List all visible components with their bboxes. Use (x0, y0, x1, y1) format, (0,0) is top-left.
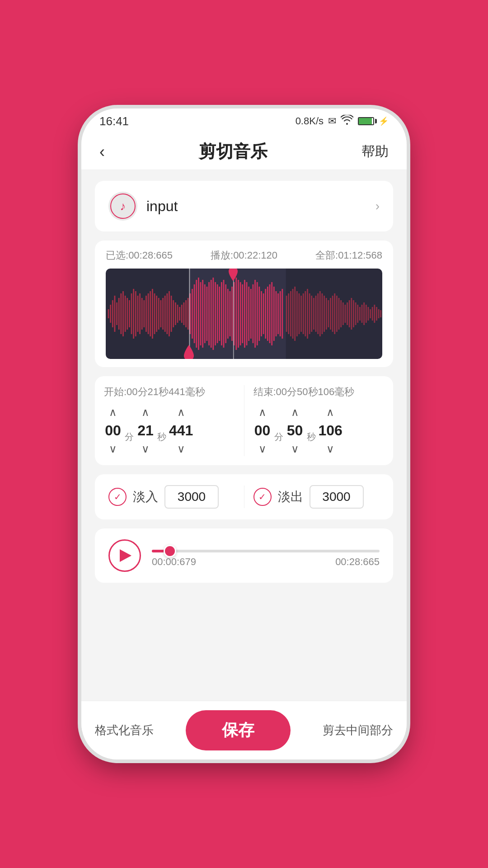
svg-rect-66 (242, 284, 243, 343)
svg-rect-129 (376, 307, 377, 321)
svg-rect-80 (271, 282, 272, 345)
svg-rect-78 (267, 287, 268, 341)
svg-rect-112 (340, 300, 342, 327)
fade-out-check[interactable]: ✓ (253, 488, 272, 506)
svg-rect-19 (143, 300, 145, 327)
svg-rect-15 (135, 291, 136, 336)
fade-card: ✓ 淡入 ✓ 淡出 (95, 474, 393, 519)
svg-rect-70 (250, 289, 252, 339)
svg-rect-89 (292, 289, 294, 339)
svg-rect-63 (235, 278, 237, 350)
svg-rect-8 (120, 293, 122, 334)
svg-rect-101 (317, 293, 319, 334)
start-minutes-up[interactable]: ∧ (105, 405, 121, 420)
end-seconds-value: 50 (286, 422, 304, 439)
fade-in-input[interactable] (164, 485, 219, 509)
end-seconds-up[interactable]: ∧ (287, 405, 303, 420)
svg-rect-73 (257, 282, 258, 345)
svg-rect-109 (334, 293, 335, 334)
playhead-top-marker[interactable] (224, 269, 242, 287)
start-time-controls: ∧ 00 ∨ 分 ∧ 21 ∨ 秒 ∧ 441 (104, 405, 235, 456)
svg-rect-26 (158, 298, 160, 330)
end-minutes-down[interactable]: ∨ (255, 442, 270, 456)
svg-rect-14 (133, 289, 134, 339)
music-icon-wrap: ♪ (108, 192, 137, 221)
svg-rect-51 (211, 280, 212, 348)
end-ms-value: 106 (319, 422, 343, 439)
format-music-button[interactable]: 格式化音乐 (95, 722, 154, 738)
slider-section: 00:00:679 00:28:665 (152, 543, 380, 568)
start-seconds-down[interactable]: ∨ (138, 442, 153, 456)
fade-in-check[interactable]: ✓ (108, 488, 127, 506)
main-content: ♪ input › 已选:00:28:665 播放:00:22:120 全部:0… (81, 170, 407, 701)
svg-rect-57 (223, 280, 225, 348)
start-ms-down[interactable]: ∨ (174, 442, 189, 456)
svg-rect-130 (378, 309, 380, 318)
svg-rect-33 (173, 300, 174, 327)
file-name: input (146, 198, 366, 215)
svg-rect-81 (273, 287, 275, 341)
svg-rect-131 (380, 310, 381, 317)
svg-rect-30 (166, 293, 168, 334)
svg-rect-76 (263, 293, 264, 334)
svg-rect-5 (114, 296, 116, 332)
svg-rect-95 (305, 291, 306, 336)
end-ms-up[interactable]: ∧ (323, 405, 338, 420)
start-seconds-unit: 秒 (157, 431, 166, 443)
time-sections: 开始:00分21秒441毫秒 ∧ 00 ∨ 分 ∧ 21 ∨ (104, 385, 384, 456)
svg-rect-118 (353, 300, 354, 327)
svg-rect-69 (248, 287, 249, 341)
svg-rect-110 (336, 296, 338, 332)
slider-thumb[interactable] (164, 545, 176, 557)
svg-rect-11 (127, 298, 128, 330)
back-button[interactable]: ‹ (99, 142, 105, 161)
svg-rect-121 (359, 307, 361, 321)
fade-divider (244, 486, 244, 508)
svg-rect-9 (122, 291, 124, 336)
svg-rect-64 (238, 280, 239, 348)
file-row[interactable]: ♪ input › (108, 192, 380, 221)
start-ms-value: 441 (169, 422, 193, 439)
playhead-bottom-marker[interactable] (180, 341, 198, 359)
svg-rect-82 (276, 291, 277, 336)
waveform-container[interactable] (106, 269, 382, 359)
end-ms-down[interactable]: ∨ (323, 442, 338, 456)
svg-rect-97 (309, 293, 310, 334)
svg-rect-84 (280, 291, 281, 336)
progress-slider[interactable] (152, 550, 380, 552)
play-button[interactable] (108, 539, 141, 572)
end-minutes-col: ∧ 00 ∨ (253, 405, 272, 456)
svg-rect-40 (188, 298, 189, 330)
svg-rect-60 (230, 291, 231, 336)
battery-icon: ⚡ (358, 116, 389, 126)
svg-rect-99 (313, 298, 314, 330)
start-minutes-down[interactable]: ∨ (105, 442, 121, 456)
save-button[interactable]: 保存 (186, 710, 291, 750)
svg-rect-38 (183, 302, 185, 325)
end-minutes-value: 00 (253, 422, 272, 439)
trim-middle-button[interactable]: 剪去中间部分 (323, 722, 393, 738)
svg-rect-2 (108, 309, 109, 318)
time-editor-card: 开始:00分21秒441毫秒 ∧ 00 ∨ 分 ∧ 21 ∨ (95, 376, 393, 465)
end-minutes-up[interactable]: ∧ (255, 405, 270, 420)
svg-rect-116 (349, 300, 350, 327)
svg-rect-92 (299, 293, 300, 334)
start-seconds-col: ∧ 21 ∨ (136, 405, 155, 456)
start-ms-up[interactable]: ∧ (174, 405, 189, 420)
total-time-label: 全部:01:12:568 (315, 249, 382, 262)
svg-rect-49 (206, 287, 208, 341)
svg-rect-42 (192, 289, 193, 339)
svg-rect-86 (286, 296, 287, 332)
help-button[interactable]: 帮助 (361, 142, 389, 161)
play-time-label: 播放:00:22:120 (211, 249, 277, 262)
start-seconds-up[interactable]: ∧ (138, 405, 153, 420)
fade-out-input[interactable] (310, 485, 364, 509)
svg-rect-54 (217, 284, 218, 343)
svg-rect-103 (322, 293, 323, 334)
start-ms-col: ∧ 441 ∨ (169, 405, 193, 456)
svg-rect-91 (296, 291, 298, 336)
svg-rect-67 (244, 280, 245, 348)
svg-rect-21 (148, 293, 149, 334)
svg-rect-36 (179, 307, 180, 321)
end-seconds-down[interactable]: ∨ (287, 442, 303, 456)
